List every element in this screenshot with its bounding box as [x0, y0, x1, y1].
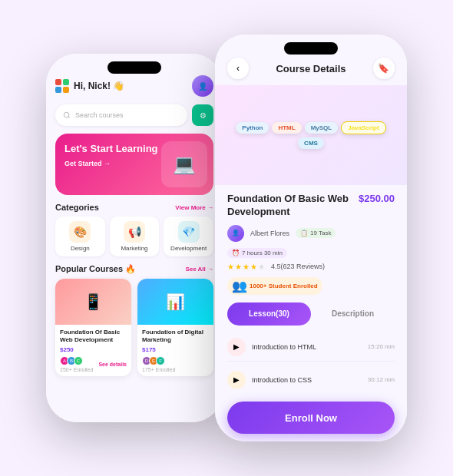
course-tabs: Lesson(30) Description — [227, 302, 395, 326]
hero-banner: Let's Start Learning Get Started → 💻 — [55, 134, 213, 195]
search-placeholder: Search courses — [75, 111, 124, 119]
popular-title: Popular Courses 🔥 — [55, 264, 136, 274]
star-5: ★ — [258, 263, 265, 271]
filter-button[interactable]: ⚙ — [192, 104, 213, 126]
star-rating: ★ ★ ★ ★ ★ — [227, 263, 265, 271]
enroll-now-button[interactable]: Enroll Now — [227, 402, 395, 434]
task-icon: 📋 — [300, 230, 308, 236]
course-meta-1: A B C 250+ Enrolled See details — [60, 356, 127, 372]
tab-description[interactable]: Description — [311, 302, 395, 326]
course-price-2: $175 — [142, 346, 209, 353]
grid-icon — [55, 79, 69, 93]
star-3: ★ — [243, 263, 250, 271]
categories-view-more[interactable]: View More → — [175, 204, 213, 211]
course-title-1: Foundation Of Basic Web Development — [60, 329, 127, 345]
clock-icon: ⏰ — [232, 250, 240, 256]
course-card-1[interactable]: 📱 Foundation Of Basic Web Development $2… — [55, 279, 131, 376]
course-thumb-2: 📊 — [137, 279, 213, 325]
course-meta-left: A B C 250+ Enrolled — [60, 356, 93, 372]
right-phone: ‹ Course Details 🔖 Python HTML MySQL Jav… — [215, 35, 407, 441]
lesson-duration-2: 30:12 min — [368, 376, 395, 383]
search-bar: Search courses ⚙ — [55, 104, 213, 126]
mysql-tag: MySQL — [305, 122, 339, 134]
categories-header: Categories View More → — [55, 203, 213, 212]
rating-value: 4.5(623 Reviews) — [271, 263, 325, 270]
course-price-1: $250 — [60, 346, 127, 353]
cms-tag: CMS — [298, 137, 324, 149]
enroll-btn-container: Enroll Now — [215, 394, 407, 441]
avatar-3: C — [74, 356, 83, 365]
star-2: ★ — [235, 263, 242, 271]
categories-list: 🎨 Design 📢 Marketing 💎 Development — [55, 217, 213, 256]
greeting: Hi, Nick! 👋 — [74, 81, 124, 91]
marketing-icon: 📢 — [124, 221, 145, 243]
course-thumb-1: 📱 — [55, 279, 131, 325]
search-input-wrapper[interactable]: Search courses — [55, 104, 187, 126]
tab-lessons[interactable]: Lesson(30) — [227, 302, 311, 326]
course-title-2: Foundation of Digital Marketing — [142, 329, 209, 345]
duration-badge: ⏰ 7 hours 30 min — [227, 248, 287, 258]
lesson-duration-1: 15:20 min — [368, 343, 395, 350]
course-price: $250.00 — [359, 193, 395, 204]
popular-courses-list: 📱 Foundation Of Basic Web Development $2… — [55, 279, 213, 376]
instructor-avatar: 👤 — [227, 225, 244, 242]
tech-tags-container: Python HTML MySQL JavaScript CMS — [215, 85, 407, 185]
marketing-label: Marketing — [121, 245, 147, 252]
category-marketing[interactable]: 📢 Marketing — [110, 217, 160, 256]
star-4: ★ — [250, 263, 257, 271]
search-icon — [63, 111, 71, 119]
popular-header: Popular Courses 🔥 See All → — [55, 264, 213, 274]
tasks-badge: 📋 19 Task — [296, 228, 336, 238]
notch-right — [284, 42, 338, 55]
course-info-2: Foundation of Digital Marketing $175 D E… — [137, 325, 213, 376]
lesson-list: ▶ Introduction to HTML 15:20 min ▶ Intro… — [227, 333, 395, 394]
enrolled-count-1: 250+ Enrolled — [60, 367, 93, 372]
see-all[interactable]: See All → — [185, 266, 213, 273]
course-hero-image: Python HTML MySQL JavaScript CMS — [215, 85, 407, 185]
categories-title: Categories — [55, 203, 99, 212]
user-avatar[interactable]: 👤 — [192, 75, 213, 97]
category-design[interactable]: 🎨 Design — [55, 217, 105, 256]
python-tag: Python — [236, 122, 269, 134]
hero-decoration: 💻 — [161, 141, 207, 187]
header-left: Hi, Nick! 👋 — [55, 79, 124, 93]
left-header: Hi, Nick! 👋 👤 — [55, 75, 213, 97]
right-header: ‹ Course Details 🔖 — [215, 58, 407, 79]
instructor-name: Albert Flores — [250, 230, 289, 237]
back-button[interactable]: ‹ — [227, 58, 249, 79]
category-development[interactable]: 💎 Development — [164, 217, 213, 256]
course-card-2[interactable]: 📊 Foundation of Digital Marketing $175 D… — [137, 279, 213, 376]
lesson-icon-1: ▶ — [227, 338, 246, 356]
student-avatars-1: A B C — [60, 356, 93, 365]
enrolled-count-2: 175+ Enrolled — [142, 367, 175, 372]
course-name: Foundation Of Basic Web Development — [227, 193, 359, 219]
design-label: Design — [71, 245, 90, 252]
bookmark-button[interactable]: 🔖 — [373, 58, 395, 79]
star-1: ★ — [227, 263, 234, 271]
notch-left — [107, 61, 161, 74]
lesson-title-2: Introduction to CSS — [252, 376, 362, 384]
course-meta-left-2: D E F 175+ Enrolled — [142, 356, 175, 372]
see-details-1[interactable]: See details — [98, 362, 127, 367]
enrolled-text: 1000+ Student Enrolled — [250, 283, 318, 289]
left-screen: Hi, Nick! 👋 👤 Search courses ⚙ Let's Sta… — [46, 54, 223, 422]
right-screen: ‹ Course Details 🔖 Python HTML MySQL Jav… — [215, 35, 407, 441]
svg-line-1 — [68, 117, 70, 118]
html-tag: HTML — [272, 122, 301, 134]
course-meta-2: D E F 175+ Enrolled — [142, 356, 209, 372]
lesson-item-1[interactable]: ▶ Introduction to HTML 15:20 min — [227, 333, 395, 362]
instructor-row: 👤 Albert Flores 📋 19 Task ⏰ 7 hours 30 m… — [227, 225, 395, 258]
course-details-body: Foundation Of Basic Web Development $250… — [215, 193, 407, 394]
svg-point-0 — [64, 112, 69, 117]
enrolled-badge: 👥 1000+ Student Enrolled — [227, 277, 322, 295]
student-avatars-2: D E F — [142, 356, 175, 365]
left-phone: Hi, Nick! 👋 👤 Search courses ⚙ Let's Sta… — [46, 54, 223, 422]
course-info-1: Foundation Of Basic Web Development $250… — [55, 325, 131, 376]
lesson-title-1: Introduction to HTML — [252, 343, 362, 351]
student-icon: 👥 — [232, 279, 247, 293]
tags-wrapper: Python HTML MySQL JavaScript CMS — [221, 118, 401, 152]
lesson-item-2[interactable]: ▶ Introduction to CSS 30:12 min — [227, 366, 395, 394]
lesson-icon-2: ▶ — [227, 371, 246, 389]
tasks-count: 19 Task — [310, 230, 331, 236]
phones-container: Hi, Nick! 👋 👤 Search courses ⚙ Let's Sta… — [46, 35, 407, 441]
